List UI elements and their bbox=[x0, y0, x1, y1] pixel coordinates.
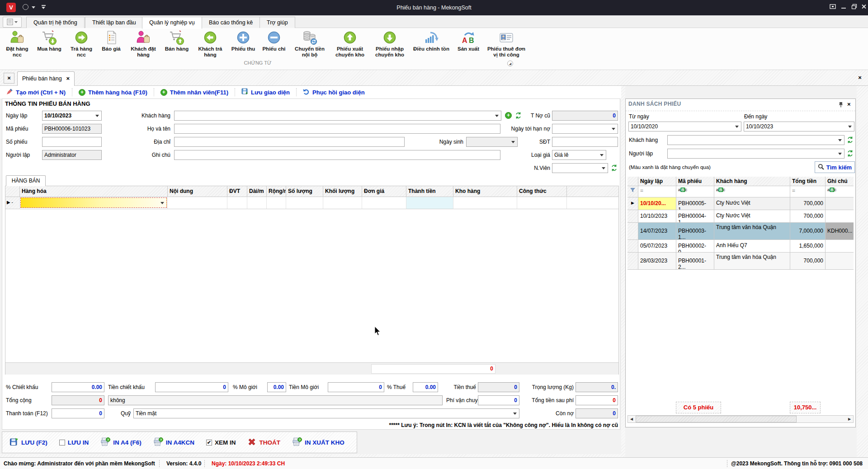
panel-splitter[interactable] bbox=[621, 86, 625, 457]
menu-tab-thiet-lap-ban-dau[interactable]: Thiết lập ban đầu bbox=[85, 17, 143, 28]
grid-cell-dvt[interactable] bbox=[227, 197, 247, 209]
pct-mo-gioi-input[interactable]: 0.00 bbox=[267, 382, 286, 392]
checkbox-unchecked-icon[interactable] bbox=[59, 440, 65, 446]
menu-tab-quan-tri-he-thong[interactable]: Quản trị hệ thống bbox=[26, 17, 85, 28]
grid-cell-khoi-luong[interactable] bbox=[323, 197, 362, 209]
filter-ma-phieu[interactable]: aBc bbox=[676, 186, 714, 197]
grid-cell-kho-hang[interactable] bbox=[453, 197, 517, 209]
grid-col-hang-hoa[interactable]: Hàng hóa bbox=[20, 186, 168, 197]
product-combobox[interactable] bbox=[20, 197, 167, 208]
save-layout-button[interactable]: Lưu giao diện bbox=[235, 88, 296, 96]
cell-note[interactable] bbox=[826, 210, 854, 223]
cell-note[interactable]: KDH000... bbox=[826, 223, 854, 240]
grid-cell-don-gia[interactable] bbox=[362, 197, 406, 209]
scrollbar-thumb[interactable] bbox=[636, 416, 797, 422]
ribbon-button-phieu-xuat-chuyen-kho[interactable]: Phiếu xuất chuyển kho bbox=[331, 29, 369, 59]
den-ngay-combobox[interactable]: 10/10/2023 bbox=[744, 122, 854, 131]
ho-va-ten-input[interactable] bbox=[174, 124, 500, 134]
cell-customer[interactable]: Cty Nước Việt bbox=[714, 197, 790, 210]
grid-cell-dai[interactable] bbox=[247, 197, 267, 209]
khong-cong-no-field[interactable]: không bbox=[108, 395, 443, 405]
tien-chiet-khau-input[interactable]: 0 bbox=[155, 382, 228, 392]
save-print-checkbox[interactable]: LƯU IN bbox=[59, 439, 89, 446]
grid-cell-hang-hoa[interactable] bbox=[20, 197, 168, 209]
ribbon-button-tra-hang-ncc[interactable]: Trả hàng ncc bbox=[67, 29, 96, 59]
refresh-employee-icon[interactable] bbox=[611, 164, 618, 172]
table-row[interactable]: 14/07/2023 PBH00003-1... Trung tâm văn h… bbox=[627, 223, 854, 240]
ghi-chu-input[interactable] bbox=[174, 150, 500, 160]
create-new-button[interactable]: Tạo mới (Ctrl + N) bbox=[0, 88, 72, 96]
minimize-button[interactable] bbox=[839, 4, 848, 12]
view-print-checkbox[interactable]: ✔ XEM IN bbox=[206, 439, 236, 446]
quy-combobox[interactable]: Tiền mặt bbox=[133, 408, 519, 418]
grid-col-noi-dung[interactable]: Nội dung bbox=[168, 186, 227, 197]
sdt-input[interactable] bbox=[552, 137, 618, 147]
grid-col-don-gia[interactable]: Đơn giá bbox=[362, 186, 406, 197]
grid-cell-cong-thuc[interactable] bbox=[517, 197, 567, 209]
table-row[interactable]: 10/10/2023 PBH00004-1... Cty Nước Việt 7… bbox=[627, 210, 854, 223]
close-tab-icon[interactable]: × bbox=[66, 75, 70, 82]
cell-note[interactable] bbox=[826, 197, 854, 210]
grid-col-dai[interactable]: Dài/m bbox=[247, 186, 267, 197]
grid-col-khoi-luong[interactable]: Khối lượng bbox=[323, 186, 362, 197]
menu-tab-bao-cao-thong-ke[interactable]: Báo cáo thống kê bbox=[202, 17, 260, 28]
cell-code[interactable]: PBH00003-1... bbox=[676, 223, 714, 240]
menu-tab-quan-ly-nghiep-vu[interactable]: Quản lý nghiệp vụ bbox=[142, 17, 202, 29]
tab-hang-ban[interactable]: HÀNG BÁN bbox=[6, 175, 46, 186]
tab-phieu-ban-hang[interactable]: Phiếu bán hàng× bbox=[17, 71, 75, 86]
exit-button[interactable]: THOÁT bbox=[247, 437, 280, 448]
tien-mo-gioi-input[interactable]: 0 bbox=[328, 382, 384, 392]
panel-col-khach-hang[interactable]: Khách hàng bbox=[714, 177, 790, 186]
panel-nguoi-lap-combobox[interactable] bbox=[667, 149, 844, 159]
add-product-button[interactable]: + Thêm hàng hóa (F10) bbox=[72, 89, 154, 96]
thanh-toan-input[interactable]: 0 bbox=[52, 408, 104, 418]
restore-layout-button[interactable]: Phục hồi giao diện bbox=[297, 88, 371, 96]
cell-total[interactable]: 700,000 bbox=[790, 253, 826, 270]
cell-note[interactable] bbox=[826, 253, 854, 270]
cell-code[interactable]: PBH00004-1... bbox=[676, 210, 714, 223]
cell-date[interactable]: 10/10/20... bbox=[638, 197, 676, 210]
ngay-sinh-combobox[interactable] bbox=[466, 137, 518, 147]
cell-customer[interactable]: Cty Nước Việt bbox=[714, 210, 790, 223]
filter-ghi-chu[interactable]: aBc bbox=[826, 186, 854, 197]
ribbon-button-khach-dat-hang[interactable]: Khách đặt hàng bbox=[127, 29, 160, 59]
scroll-left-icon[interactable]: ◀ bbox=[628, 416, 635, 422]
cell-date[interactable]: 05/07/2023 bbox=[638, 240, 676, 253]
grid-col-dvt[interactable]: ĐVT bbox=[227, 186, 247, 197]
close-window-button[interactable] bbox=[859, 4, 868, 12]
ribbon-button-phieu-thue-don-vi-thi-cong[interactable]: Phiếu thuê đơn vị thi công bbox=[485, 29, 528, 59]
ngay-lap-combobox[interactable]: 10/10/2023 bbox=[42, 111, 102, 121]
pct-chiet-khau-input[interactable]: 0.00 bbox=[52, 382, 104, 392]
checkbox-checked-icon[interactable]: ✔ bbox=[206, 440, 212, 446]
table-row[interactable]: ▶ 10/10/20... PBH00005-1... Cty Nước Việ… bbox=[627, 197, 854, 210]
grid-col-so-luong[interactable]: Số lượng bbox=[286, 186, 323, 197]
khach-hang-combobox[interactable] bbox=[174, 111, 501, 121]
cell-note[interactable] bbox=[826, 240, 854, 253]
panel-col-ngay-lap[interactable]: Ngày lập bbox=[638, 177, 676, 186]
filter-khach-hang[interactable]: aBc bbox=[714, 186, 790, 197]
cell-date[interactable]: 10/10/2023 bbox=[638, 210, 676, 223]
ribbon-button-mua-hang[interactable]: Mua hàng bbox=[33, 29, 65, 59]
cell-total[interactable]: 700,000 bbox=[790, 197, 826, 210]
cell-date[interactable]: 14/07/2023 bbox=[638, 223, 676, 240]
ribbon-button-phieu-thu[interactable]: Phiếu thu bbox=[229, 29, 258, 59]
cell-code[interactable]: PBH00005-1... bbox=[676, 197, 714, 210]
cell-code[interactable]: PBH00001-2... bbox=[676, 253, 714, 270]
search-button[interactable]: Tìm kiếm bbox=[815, 161, 855, 173]
so-phieu-input[interactable] bbox=[42, 137, 102, 147]
ribbon-button-bao-gia[interactable]: Báo giá bbox=[98, 29, 125, 59]
grid-col-rong[interactable]: Rộng/m bbox=[267, 186, 286, 197]
app-menu-button[interactable] bbox=[3, 17, 22, 28]
grid-cell-noi-dung[interactable] bbox=[168, 197, 227, 209]
restore-button[interactable] bbox=[849, 4, 859, 12]
phi-van-chuyen-input[interactable]: 0 bbox=[478, 395, 519, 405]
menu-tab-tro-giup[interactable]: Trợ giúp bbox=[259, 17, 295, 28]
cell-customer[interactable]: Trung tâm văn hóa Quận bbox=[714, 253, 790, 270]
cell-customer[interactable]: Anh Hiếu Q7 bbox=[714, 240, 790, 253]
ribbon-button-ban-hang[interactable]: Bán hàng bbox=[162, 29, 192, 59]
add-customer-button[interactable]: + bbox=[505, 112, 512, 119]
ngay-toi-han-no-combobox[interactable] bbox=[552, 124, 618, 134]
pin-icon[interactable] bbox=[838, 102, 844, 109]
grid-cell-rong[interactable] bbox=[267, 197, 286, 209]
panel-col-ghi-chu[interactable]: Ghi chú bbox=[826, 177, 854, 186]
